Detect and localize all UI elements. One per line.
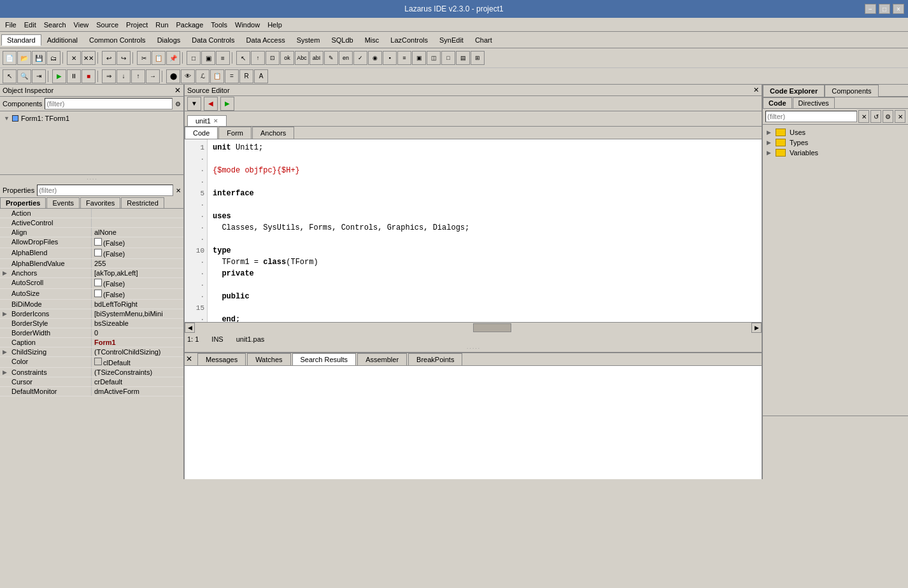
disassembler-btn[interactable]: A [254,69,268,83]
view-units-button[interactable]: ≡ [216,51,230,65]
component-btn6[interactable]: en [339,51,353,65]
open-form-button[interactable]: ▣ [201,51,215,65]
frame-btn[interactable]: ↑ [251,51,265,65]
menu-tools[interactable]: Tools [207,20,231,30]
checkbox-autosize[interactable] [94,290,102,297]
menu-run[interactable]: Run [152,20,172,30]
toolbar-tab-standard[interactable]: Standard [1,34,41,46]
menu-help[interactable]: Help [264,20,286,30]
components-settings-icon[interactable]: ⚙ [175,101,181,108]
scroll-right-btn[interactable]: ▶ [751,323,762,333]
prop-row-activecontrol[interactable]: ActiveControl [0,218,183,228]
prop-row-alphablendvalue[interactable]: AlphaBlendValue 255 [0,259,183,269]
tab-order-btn[interactable]: ⇥ [32,69,46,83]
pause-btn[interactable]: ⏸ [67,69,81,83]
editor-dropdown-btn[interactable]: ▼ [187,97,201,111]
menu-project[interactable]: Project [122,20,152,30]
toolbar-tab-system[interactable]: System [291,34,326,45]
form-tree-item[interactable]: ▼ Form1: TForm1 [3,114,181,123]
code-content[interactable]: unit Unit1; {$mode objfpc}{$H+} interfac… [208,139,762,322]
select-mode-btn[interactable]: ↖ [3,69,17,83]
components-filter[interactable] [45,98,173,109]
component-btn10[interactable]: ≡ [397,51,411,65]
component-btn4[interactable]: abI [309,51,323,65]
save-all-button[interactable]: 🗂 [46,51,60,65]
copy-button[interactable]: 📋 [152,51,166,65]
tab-restricted[interactable]: Restricted [121,197,164,208]
bottom-panel-close[interactable]: ✕ [186,354,192,363]
prop-row-defaultmonitor[interactable]: DefaultMonitor dmActiveForm [0,387,183,396]
prop-row-anchors[interactable]: ▶ Anchors [akTop,akLeft] [0,269,183,278]
tab-watches[interactable]: Watches [247,353,290,365]
ce-tab-code[interactable]: Code [763,97,792,108]
toolbar-tab-misc[interactable]: Misc [359,34,385,45]
prop-row-color[interactable]: Color clDefault [0,357,183,368]
checkbox-autoscroll[interactable] [94,279,102,286]
tab-events[interactable]: Events [46,197,80,208]
prop-row-autoscroll[interactable]: AutoScroll (False) [0,278,183,289]
scroll-left-btn[interactable]: ◀ [185,323,195,333]
prop-expand-anchors[interactable]: ▶ [0,269,9,277]
prop-row-borderwidth[interactable]: BorderWidth 0 [0,328,183,338]
run-btn[interactable]: ▶ [52,69,66,83]
callstack-btn[interactable]: 📋 [210,69,224,83]
component-btn3[interactable]: Abc [295,51,309,65]
component-btn14[interactable]: ▤ [456,51,470,65]
redo-button[interactable]: ↪ [117,51,131,65]
prop-row-align[interactable]: Align alNone [0,228,183,237]
code-tab-code[interactable]: Code [185,127,218,139]
maximize-button[interactable]: □ [879,4,890,14]
toolbar-tab-data-controls[interactable]: Data Controls [186,34,240,45]
editor-prev-btn[interactable]: ◀ [204,97,218,111]
right-tab-components[interactable]: Components [825,85,878,97]
prop-row-caption[interactable]: Caption Form1 [0,338,183,347]
color-swatch-color[interactable] [94,358,102,365]
menu-file[interactable]: File [1,20,20,30]
toolbar-tab-additional[interactable]: Additional [41,34,83,45]
checkbox-alphablend[interactable] [94,249,102,256]
locals-btn[interactable]: ℒ [195,69,209,83]
horizontal-scrollbar[interactable]: ◀ ▶ [185,322,762,332]
component-btn8[interactable]: ◉ [368,51,382,65]
prop-expand-constraints[interactable]: ▶ [0,368,9,377]
watches-btn[interactable]: 👁 [181,69,195,83]
toolbar-tab-data-access[interactable]: Data Access [241,34,291,45]
editor-next-btn[interactable]: ▶ [220,97,234,111]
properties-filter[interactable] [37,185,173,196]
tab-properties[interactable]: Properties [0,197,46,208]
component-btn5[interactable]: ✎ [324,51,338,65]
inspect-btn[interactable]: 🔍 [17,69,31,83]
tab-messages[interactable]: Messages [197,353,246,365]
step-out-btn[interactable]: ↑ [131,69,145,83]
props-filter-clear-icon[interactable]: ✕ [176,187,181,194]
component-btn1[interactable]: ⊡ [266,51,280,65]
open-button[interactable]: 📂 [17,51,31,65]
close-all-button[interactable]: ✕✕ [82,51,96,65]
prop-expand-childsizing[interactable]: ▶ [0,347,9,356]
save-button[interactable]: 💾 [32,51,46,65]
ce-item-types[interactable]: ▶ Types [765,137,905,148]
registers-btn[interactable]: R [239,69,253,83]
prop-row-bordericons[interactable]: ▶ BorderIcons [biSystemMenu,biMini [0,309,183,319]
toolbar-tab-synedit[interactable]: SynEdit [434,34,469,45]
source-editor-close[interactable]: ✕ [753,86,759,94]
menu-edit[interactable]: Edit [20,20,40,30]
ce-tab-directives[interactable]: Directives [793,97,835,108]
code-explorer-filter[interactable] [765,111,857,122]
component-btn11[interactable]: ▣ [412,51,426,65]
component-btn9[interactable]: ▪ [383,51,397,65]
toggle-breakpoint-btn[interactable]: ⬤ [166,69,180,83]
right-tab-code-explorer[interactable]: Code Explorer [763,85,825,97]
tab-assembler[interactable]: Assembler [357,353,407,365]
component-btn15[interactable]: ⊞ [471,51,485,65]
tab-favorites[interactable]: Favorites [80,197,120,208]
new-form-button[interactable]: □ [187,51,201,65]
menu-source[interactable]: Source [92,20,122,30]
prop-row-bidimode[interactable]: BiDiMode bdLeftToRight [0,300,183,309]
component-btn7[interactable]: ✓ [353,51,367,65]
menu-search[interactable]: Search [40,20,70,30]
scroll-track[interactable] [195,323,751,333]
step-into-btn[interactable]: ↓ [117,69,131,83]
cut-button[interactable]: ✂ [137,51,151,65]
eval-modify-btn[interactable]: = [225,69,239,83]
